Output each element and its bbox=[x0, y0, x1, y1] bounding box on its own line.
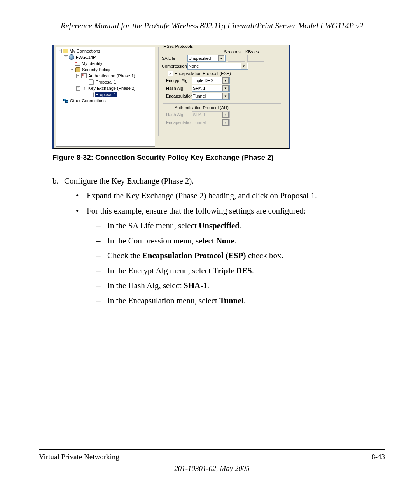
dash-5: In the Hash Alg, select SHA-1. bbox=[107, 280, 209, 291]
folder-icon bbox=[63, 49, 68, 53]
compression-label: Compression bbox=[162, 64, 187, 68]
page-icon bbox=[89, 80, 94, 84]
tree-other-connections[interactable]: Other Connections bbox=[57, 98, 155, 104]
esp-label: Encapsulation Protocol (ESP) bbox=[175, 71, 231, 76]
encapsulation-value: Tunnel bbox=[193, 94, 206, 98]
bullet-marker: • bbox=[76, 205, 87, 217]
tree-label: FWG114P bbox=[75, 55, 96, 60]
tree-label: My Connections bbox=[69, 49, 101, 53]
chevron-down-icon: ▼ bbox=[222, 112, 229, 118]
identity-icon bbox=[75, 61, 80, 66]
sa-life-label: SA Life bbox=[162, 56, 187, 61]
chevron-down-icon[interactable]: ▼ bbox=[222, 77, 229, 84]
expand-icon[interactable]: − bbox=[76, 74, 80, 78]
tree-my-connections[interactable]: − My Connections bbox=[57, 48, 155, 54]
tree-label: Other Connections bbox=[69, 98, 107, 103]
sa-life-kbytes-input bbox=[247, 55, 264, 62]
encapsulation-select[interactable]: Tunnel ▼ bbox=[192, 93, 230, 100]
encrypt-alg-select[interactable]: Triple DES ▼ bbox=[192, 77, 230, 84]
tree-label-selected: Proposal 1 bbox=[95, 92, 117, 97]
ah-hash-alg-select: SHA-1 ▼ bbox=[192, 111, 230, 118]
ah-encap-select: Tunnel ▼ bbox=[192, 119, 230, 126]
encrypt-alg-value: Triple DES bbox=[193, 78, 214, 83]
sa-life-value: Unspecified bbox=[189, 56, 211, 61]
globe-icon bbox=[69, 55, 74, 60]
lock-icon bbox=[75, 67, 80, 72]
tree-label: My Identity bbox=[81, 61, 103, 66]
tree-label: Proposal 1 bbox=[95, 80, 117, 84]
ipsec-group-title: IPSec Protocols bbox=[161, 45, 194, 49]
tree-my-identity[interactable]: My Identity bbox=[57, 60, 155, 66]
dash-marker: – bbox=[96, 250, 107, 261]
compression-select[interactable]: None ▼ bbox=[187, 63, 248, 70]
expand-icon[interactable]: − bbox=[58, 49, 62, 53]
header-rule bbox=[39, 33, 385, 33]
chevron-down-icon[interactable]: ▼ bbox=[222, 85, 229, 91]
tree-label: Security Policy bbox=[81, 67, 111, 72]
dash-marker: – bbox=[96, 220, 107, 231]
figure-caption: Figure 8-32: Connection Security Policy … bbox=[52, 153, 385, 162]
bullet-1-text: Expand the Key Exchange (Phase 2) headin… bbox=[87, 190, 317, 201]
sa-life-select[interactable]: Unspecified ▼ bbox=[187, 55, 226, 62]
dash-2: In the Compression menu, select None. bbox=[107, 235, 236, 247]
dash-marker: – bbox=[96, 235, 107, 247]
esp-checkbox[interactable]: ✓ bbox=[168, 71, 173, 76]
list-marker-b: b. bbox=[52, 175, 64, 187]
chevron-down-icon: ▼ bbox=[222, 119, 229, 126]
ah-checkbox[interactable] bbox=[168, 105, 173, 110]
chevron-down-icon[interactable]: ▼ bbox=[241, 63, 247, 69]
dash-4: In the Encrypt Alg menu, select Triple D… bbox=[107, 265, 254, 276]
step-b-text: Configure the Key Exchange (Phase 2). bbox=[64, 175, 194, 187]
expand-icon[interactable]: − bbox=[76, 86, 80, 91]
sa-life-seconds-input bbox=[228, 55, 245, 62]
footer-date: 201-10301-02, May 2005 bbox=[39, 464, 385, 473]
chevron-down-icon[interactable]: ▼ bbox=[222, 93, 229, 99]
ipsec-panel: IPSec Protocols Seconds KBytes SA Life U… bbox=[155, 45, 289, 148]
encrypt-alg-label: Encrypt Alg bbox=[166, 78, 192, 83]
dash-6: In the Encapsulation menu, select Tunnel… bbox=[107, 295, 246, 306]
network-icon bbox=[63, 98, 68, 103]
ah-hash-alg-label: Hash Alg bbox=[166, 112, 192, 117]
footer-rule bbox=[39, 449, 385, 450]
hash-alg-value: SHA-1 bbox=[193, 86, 205, 91]
tree-fwg114p[interactable]: − FWG114P bbox=[57, 54, 155, 60]
body-text: b. Configure the Key Exchange (Phase 2).… bbox=[39, 175, 385, 306]
tree-auth-phase1[interactable]: − Authentication (Phase 1) bbox=[57, 73, 155, 79]
col-seconds: Seconds bbox=[224, 49, 245, 54]
tree-proposal1-a[interactable]: Proposal 1 bbox=[57, 79, 155, 85]
ah-hash-alg-value: SHA-1 bbox=[193, 112, 205, 117]
encapsulation-label: Encapsulation bbox=[166, 94, 192, 98]
ah-label: Authentication Protocol (AH) bbox=[175, 105, 229, 110]
bullet-2-text: For this example, ensure that the follow… bbox=[87, 205, 306, 217]
tree-label: Authentication (Phase 1) bbox=[88, 74, 136, 78]
dash-3: Check the Encapsulation Protocol (ESP) c… bbox=[107, 250, 284, 261]
page-icon bbox=[89, 92, 94, 97]
tree-proposal1-b[interactable]: Proposal 1 bbox=[57, 91, 155, 98]
tree-key-exchange[interactable]: − ⚷ Key Exchange (Phase 2) bbox=[57, 85, 155, 91]
footer-section: Virtual Private Networking bbox=[39, 453, 119, 461]
page-header-title: Reference Manual for the ProSafe Wireles… bbox=[39, 21, 385, 30]
tree-panel: − My Connections − FWG114P My Identity −… bbox=[56, 47, 155, 147]
ah-encap-value: Tunnel bbox=[193, 120, 206, 125]
ipsec-groupbox: IPSec Protocols Seconds KBytes SA Life U… bbox=[158, 47, 285, 136]
dash-marker: – bbox=[96, 265, 107, 276]
chevron-down-icon[interactable]: ▼ bbox=[218, 55, 224, 61]
key-icon: ⚷ bbox=[81, 86, 87, 91]
compression-value: None bbox=[189, 64, 199, 68]
expand-icon[interactable]: − bbox=[64, 55, 68, 60]
dash-marker: – bbox=[96, 295, 107, 306]
footer-page-number: 8-43 bbox=[371, 453, 385, 461]
tree-security-policy[interactable]: − Security Policy bbox=[57, 66, 155, 73]
auth-icon bbox=[81, 74, 87, 78]
page-footer: Virtual Private Networking 8-43 201-1030… bbox=[39, 446, 385, 473]
dash-marker: – bbox=[96, 280, 107, 291]
screenshot-panel: − My Connections − FWG114P My Identity −… bbox=[52, 45, 290, 149]
ah-encap-label: Encapsulation bbox=[166, 120, 192, 125]
ah-groupbox: Authentication Protocol (AH) Hash Alg SH… bbox=[163, 107, 281, 130]
dash-1: In the SA Life menu, select Unspecified. bbox=[107, 220, 242, 231]
hash-alg-select[interactable]: SHA-1 ▼ bbox=[192, 85, 230, 92]
hash-alg-label: Hash Alg bbox=[166, 86, 192, 91]
col-kbytes: KBytes bbox=[245, 49, 265, 54]
esp-groupbox: ✓ Encapsulation Protocol (ESP) Encrypt A… bbox=[163, 73, 281, 104]
expand-icon[interactable]: − bbox=[70, 68, 74, 72]
